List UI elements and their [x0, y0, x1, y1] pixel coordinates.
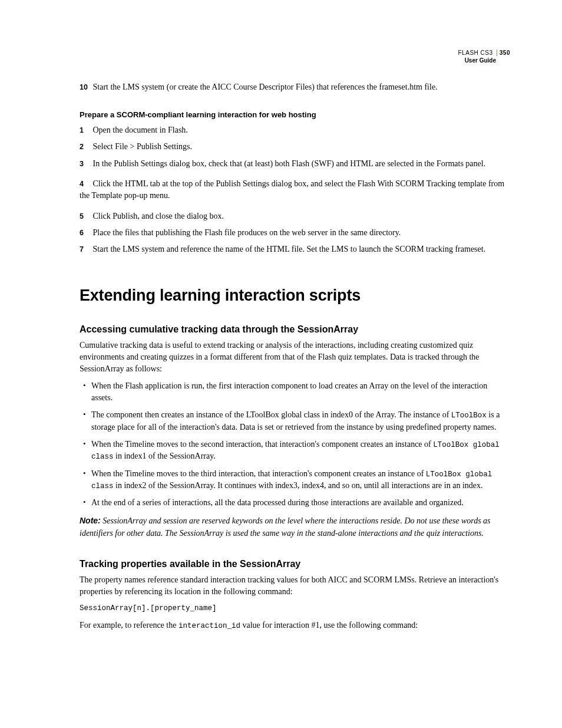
topic-intro: Cumulative tracking data is useful to ex…: [80, 340, 510, 375]
step-number: 1: [80, 125, 89, 136]
inline-code: LToolBox: [451, 411, 487, 420]
step-10: 10 Start the LMS system (or create the A…: [80, 81, 510, 93]
list-item-text: When the Timeline moves to the third int…: [91, 469, 426, 478]
step-number: 3: [80, 159, 89, 169]
running-header: FLASH CS3 350 User Guide: [458, 49, 510, 64]
list-item: When the Timeline moves to the third int…: [80, 468, 510, 492]
bullet-list: When the Flash application is run, the f…: [80, 380, 510, 509]
step-7: 7 Start the LMS system and reference the…: [80, 243, 510, 255]
topic-intro: The property names reference standard in…: [80, 574, 510, 598]
step-number: 7: [80, 244, 89, 255]
step-number: 2: [80, 141, 89, 152]
list-item: The component then creates an instance o…: [80, 409, 510, 433]
page-content: 10 Start the LMS system (or create the A…: [80, 81, 510, 631]
topic-title: Accessing cumulative tracking data throu…: [80, 322, 510, 336]
step-text: Click Publish, and close the dialog box.: [93, 212, 224, 220]
step-3: 3 In the Publish Settings dialog box, ch…: [80, 158, 510, 170]
page-number: 350: [497, 50, 510, 56]
list-item-text: When the Timeline moves to the second in…: [91, 440, 433, 449]
step-4: 4 Click the HTML tab at the top of the P…: [80, 178, 510, 202]
step-1: 1 Open the document in Flash.: [80, 124, 510, 136]
chapter-title: Extending learning interaction scripts: [80, 284, 510, 307]
list-item: When the Flash application is run, the f…: [80, 380, 510, 404]
step-number: 6: [80, 228, 89, 238]
list-item: When the Timeline moves to the second in…: [80, 439, 510, 463]
list-item-text: in index2 of the SessionArray. It contin…: [114, 481, 483, 490]
body-paragraph: For example, to reference the interactio…: [80, 620, 510, 631]
step-number: 5: [80, 211, 89, 222]
step-number: 10: [80, 82, 89, 93]
step-2: 2 Select File > Publish Settings.: [80, 141, 510, 153]
note-label: Note:: [80, 516, 101, 525]
step-text: Select File > Publish Settings.: [93, 142, 193, 151]
step-text: In the Publish Settings dialog box, chec…: [93, 159, 486, 168]
code-block: SessionArray[n].[property_name]: [80, 603, 510, 614]
inline-code: interaction_id: [178, 622, 240, 630]
step-text: Place the files that publishing the Flas…: [93, 228, 401, 237]
step-5: 5 Click Publish, and close the dialog bo…: [80, 210, 510, 222]
list-item: At the end of a series of interactions, …: [80, 497, 510, 509]
step-text: Start the LMS system and reference the n…: [93, 245, 486, 253]
header-doc-title: User Guide: [458, 57, 510, 64]
step-6: 6 Place the files that publishing the Fl…: [80, 227, 510, 239]
paragraph-text: For example, to reference the: [80, 621, 178, 630]
topic-sessionarray-access: Accessing cumulative tracking data throu…: [80, 322, 510, 539]
note-paragraph: Note: SessionArray and session are reser…: [80, 515, 510, 539]
step-text: Click the HTML tab at the top of the Pub…: [80, 179, 504, 200]
section-subhead-scorm: Prepare a SCORM-compliant learning inter…: [80, 110, 510, 121]
topic-title: Tracking properties available in the Ses…: [80, 557, 510, 571]
list-item-text: in index1 of the SessionArray.: [114, 452, 216, 460]
document-page: FLASH CS3 350 User Guide 10 Start the LM…: [0, 0, 562, 684]
step-number: 4: [80, 179, 89, 189]
list-item-text: When the Flash application is run, the f…: [91, 381, 487, 402]
list-item-text: The component then creates an instance o…: [91, 410, 451, 419]
step-text: Start the LMS system (or create the AICC…: [93, 83, 438, 91]
topic-tracking-properties: Tracking properties available in the Ses…: [80, 557, 510, 631]
header-product: FLASH CS3: [458, 50, 493, 56]
step-text: Open the document in Flash.: [93, 126, 188, 134]
paragraph-text: value for interaction #1, use the follow…: [240, 621, 418, 630]
list-item-text: At the end of a series of interactions, …: [91, 498, 464, 507]
note-text: SessionArray and session are reserved ke…: [80, 516, 491, 537]
